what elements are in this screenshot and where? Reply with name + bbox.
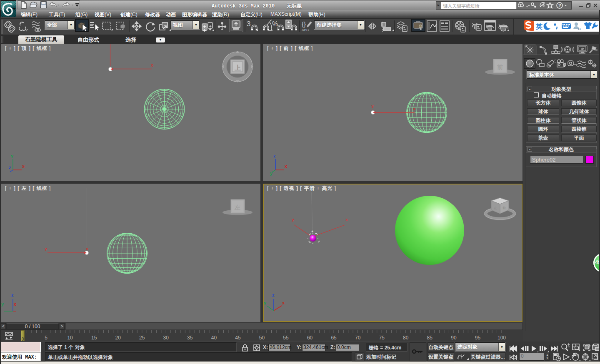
svg-text:y: y	[11, 153, 14, 158]
svg-text:上: 上	[234, 64, 241, 71]
svg-text:80: 80	[403, 335, 409, 341]
svg-text:45: 45	[235, 335, 241, 341]
svg-text:5: 5	[45, 335, 48, 341]
svg-text:10: 10	[67, 335, 73, 341]
svg-text:z: z	[273, 153, 276, 158]
svg-text:y: y	[270, 171, 273, 176]
svg-text:x: x	[22, 164, 25, 169]
svg-text:15: 15	[91, 335, 97, 341]
svg-text:y: y	[292, 217, 295, 222]
svg-text:y: y	[1, 302, 4, 307]
svg-text:x: x	[345, 217, 348, 222]
svg-text:左: 左	[234, 204, 240, 211]
svg-text:x: x	[282, 300, 285, 305]
svg-text:z: z	[11, 292, 14, 297]
svg-text:前: 前	[502, 206, 506, 210]
svg-text:85: 85	[427, 335, 433, 341]
svg-text:11: 11	[578, 27, 581, 31]
svg-text:25: 25	[139, 335, 145, 341]
svg-text:50: 50	[259, 335, 265, 341]
svg-text:70: 70	[355, 335, 361, 341]
svg-text:?: ?	[558, 3, 561, 8]
svg-text:35: 35	[187, 335, 193, 341]
svg-text:x: x	[285, 164, 288, 169]
svg-text:英: 英	[535, 23, 542, 30]
svg-text:60: 60	[307, 335, 313, 341]
svg-text:x: x	[14, 302, 17, 307]
svg-text:55: 55	[283, 335, 289, 341]
svg-text:75: 75	[379, 335, 385, 341]
svg-text:20: 20	[115, 335, 121, 341]
svg-text:100: 100	[498, 335, 506, 341]
svg-text:40: 40	[211, 335, 217, 341]
svg-text:y: y	[45, 246, 48, 251]
svg-text:左: 左	[494, 206, 497, 210]
svg-text:65: 65	[331, 335, 337, 341]
svg-text:95: 95	[475, 335, 481, 341]
svg-text:x: x	[86, 246, 89, 251]
svg-text:z: z	[9, 165, 11, 170]
svg-text:x: x	[413, 106, 416, 111]
svg-text:90: 90	[451, 335, 457, 341]
svg-text:y: y	[264, 300, 267, 305]
svg-text:x: x	[151, 62, 154, 67]
svg-text:z: z	[272, 292, 275, 297]
svg-text:30: 30	[163, 335, 169, 341]
svg-text:+: +	[311, 229, 313, 234]
svg-text:前: 前	[497, 64, 503, 70]
svg-text:y: y	[371, 103, 374, 108]
